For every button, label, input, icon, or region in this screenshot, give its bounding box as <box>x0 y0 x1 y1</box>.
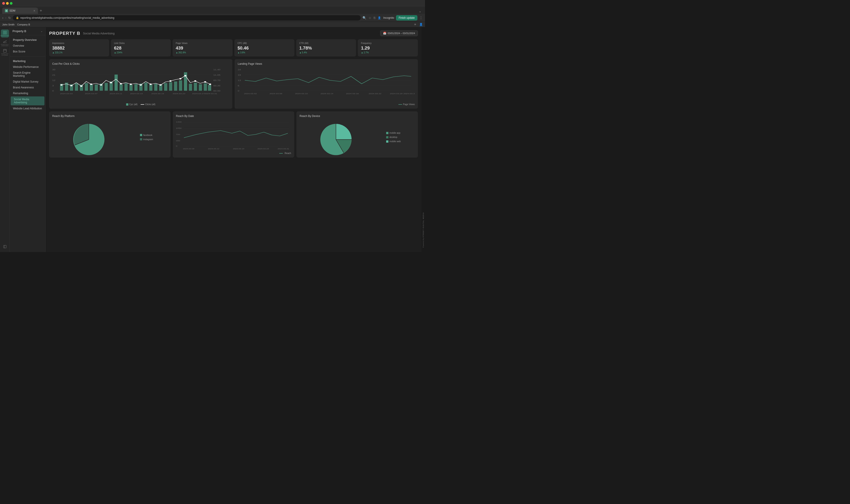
app-layout: PROPERTIES PORTFOLIO OVERVIEW FORECAST P… <box>0 27 425 252</box>
svg-text:2024-03-14: 2024-03-14 <box>321 93 333 95</box>
nav-item-overview[interactable]: Overview <box>10 43 45 49</box>
tab-favicon: S <box>5 9 8 12</box>
svg-point-59 <box>90 84 92 85</box>
incognito-label: Incognito <box>383 16 394 19</box>
tab-list-button[interactable]: ⌄ <box>417 10 423 13</box>
powered-by-sidebar: Powered By STREET DIGITAL MEDIA <box>421 27 425 252</box>
platform-legend: facebook instagram <box>140 134 153 141</box>
browser-chrome <box>0 0 425 7</box>
bottom-charts-row: Reach By Platform facebook ins <box>49 111 418 158</box>
page-subtitle: Social Media Advertising <box>83 32 115 35</box>
sidebar-icon-forecast-planner[interactable]: FORECAST PLANNER <box>1 48 9 56</box>
bookmark-icon[interactable]: ☆ <box>368 16 372 20</box>
landing-page-views-title: Landing Page Views <box>238 62 415 66</box>
svg-point-66 <box>160 84 162 86</box>
svg-text:2024-03-31: 2024-03-31 <box>278 148 289 150</box>
svg-text:11.40: 11.40 <box>213 69 220 71</box>
cost-per-click-chart-area: 30 21 12 3 0 11.40 11.05 60.70 60.35 60.… <box>52 68 229 102</box>
browser-action-icons: 🔍 ☆ ⎘ 👤 Incognito <box>362 16 394 20</box>
finish-update-button[interactable]: Finish update <box>396 15 417 20</box>
minimize-button[interactable] <box>6 2 9 5</box>
svg-rect-36 <box>114 75 117 91</box>
browser-tab[interactable]: S SDM × <box>2 7 38 14</box>
svg-point-69 <box>184 75 187 76</box>
sidebar-icon[interactable]: ⎘ <box>374 16 376 20</box>
svg-rect-53 <box>199 84 202 91</box>
cost-per-click-chart-card: Cost Per Click & Clicks 30 21 12 3 0 11.… <box>49 59 232 109</box>
svg-rect-30 <box>85 83 88 91</box>
svg-text:2024-03-24: 2024-03-24 <box>258 148 269 150</box>
url-text: reporting.streetdigitalmedia.com/propert… <box>20 16 114 19</box>
nav-item-brand-awareness[interactable]: Brand Awareness <box>10 85 45 90</box>
nav-item-digital-market-survey[interactable]: Digital Market Survey <box>10 79 45 85</box>
reach-by-date-title: Reach By Date <box>176 114 291 118</box>
metric-label: Frequency <box>361 42 415 44</box>
tab-bar: S SDM × + ⌄ <box>0 7 425 14</box>
nav-item-website-performance[interactable]: Website Performance <box>10 64 45 70</box>
svg-text:2024-03-23: 2024-03-23 <box>173 93 185 95</box>
svg-text:21: 21 <box>52 74 55 76</box>
svg-point-56 <box>60 84 62 86</box>
svg-text:2024-03-19: 2024-03-19 <box>233 148 244 150</box>
search-icon[interactable]: 🔍 <box>362 16 366 20</box>
property-selector[interactable]: Property B ⌄ <box>10 27 45 35</box>
close-button[interactable] <box>2 2 5 5</box>
clicks-legend-line: Clicks (all) <box>141 103 155 106</box>
back-button[interactable]: ‹ <box>2 16 3 20</box>
svg-rect-8 <box>4 245 6 248</box>
sun-icon[interactable]: ☀ <box>414 23 417 26</box>
nav-item-website-lead-attribution[interactable]: Website Lead Attribution <box>10 106 45 111</box>
bookmarks-bar: John Smith Company B ☀ 👤 <box>0 22 425 27</box>
metric-card-link-clicks: Link Clicks 628 ▲234% <box>111 39 171 56</box>
landing-page-views-legend: Page Views <box>238 103 415 106</box>
metric-change: ▲215.1% <box>52 51 106 54</box>
svg-text:2024-03-22: 2024-03-22 <box>369 93 381 95</box>
reach-by-device-chart-area: mobile app desktop mobile web <box>300 120 415 155</box>
svg-rect-1 <box>5 31 6 32</box>
reach-by-date-chart-area: 1400 1050 700 350 0 2024-03-06 2024-03-1… <box>176 120 291 151</box>
new-tab-button[interactable]: + <box>38 7 44 14</box>
svg-rect-44 <box>154 84 157 91</box>
sidebar-icon-portfolio-overview[interactable]: PORTFOLIO OVERVIEW <box>1 39 9 47</box>
more-options-icon[interactable]: ⋮ <box>419 16 423 20</box>
svg-rect-34 <box>105 83 108 91</box>
date-range-text: 03/01/2024 – 03/31/2024 <box>388 32 415 35</box>
svg-text:2024-03-02: 2024-03-02 <box>244 93 257 95</box>
svg-point-71 <box>204 81 206 83</box>
marketing-section: Marketing Website Performance Search Eng… <box>10 56 45 113</box>
user-profile-icon[interactable]: 👤 <box>419 23 423 26</box>
svg-text:2024-03-06: 2024-03-06 <box>183 148 195 150</box>
main-charts-row: Cost Per Click & Clicks 30 21 12 3 0 11.… <box>49 59 418 109</box>
svg-rect-32 <box>95 84 98 91</box>
maximize-button[interactable] <box>10 2 13 5</box>
nav-item-remarketing[interactable]: Remarketing <box>10 90 45 96</box>
svg-text:700: 700 <box>176 133 180 136</box>
sidebar-icon-properties[interactable]: PROPERTIES <box>1 30 9 37</box>
forward-button[interactable]: › <box>5 16 6 20</box>
svg-text:2024-03-19: 2024-03-19 <box>151 93 164 95</box>
address-bar[interactable]: 🔒 reporting.streetdigitalmedia.com/prope… <box>13 15 361 20</box>
tab-title: SDM <box>10 9 15 12</box>
svg-rect-2 <box>3 33 4 34</box>
reload-button[interactable]: ↻ <box>8 16 11 20</box>
nav-item-box-score[interactable]: Box Score <box>10 49 45 54</box>
cost-per-click-title: Cost Per Click & Clicks <box>52 62 229 66</box>
svg-rect-51 <box>189 84 192 91</box>
svg-rect-55 <box>208 85 211 91</box>
svg-text:2024-03-26: 2024-03-26 <box>390 93 403 95</box>
svg-rect-46 <box>164 83 167 91</box>
close-tab-icon[interactable]: × <box>34 9 35 13</box>
nav-item-search-engine-marketing[interactable]: Search Engine Marketing <box>10 70 45 79</box>
svg-text:2024-03-03: 2024-03-03 <box>60 93 73 95</box>
svg-rect-54 <box>204 83 207 91</box>
lock-icon: 🔒 <box>16 16 19 19</box>
collapse-sidebar-button[interactable] <box>1 244 9 250</box>
svg-text:3: 3 <box>52 85 54 87</box>
profile-icon[interactable]: 👤 <box>378 16 381 19</box>
property-overview-section: Property Overview Overview Box Score <box>10 35 45 56</box>
svg-text:350: 350 <box>176 140 180 142</box>
nav-item-social-media-advertising[interactable]: Social Media Advertising <box>11 96 44 105</box>
svg-rect-4 <box>3 49 6 52</box>
portfolio-icon-label: PORTFOLIO OVERVIEW <box>1 44 9 47</box>
date-range-picker[interactable]: 📅 03/01/2024 – 03/31/2024 <box>380 30 418 36</box>
